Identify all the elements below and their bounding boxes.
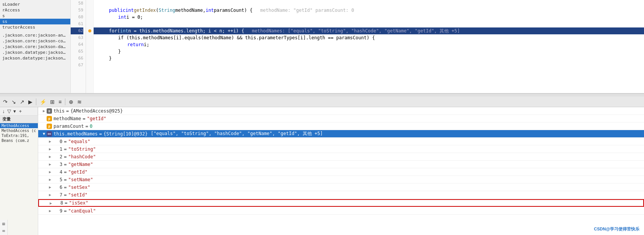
type-badge-oo: oo xyxy=(47,131,52,137)
toolbar-btn-step-in[interactable]: ↘ xyxy=(10,98,18,106)
var-row-6[interactable]: ▶ 6 = "setSex" xyxy=(38,183,644,191)
debug-step-btn[interactable]: ↓ xyxy=(2,108,6,114)
var-eq-paramscount: = xyxy=(85,124,88,129)
gutter-67 xyxy=(86,62,93,69)
horizontal-scrollbar[interactable] xyxy=(0,93,644,97)
var-row-8[interactable]: ▶ 8 = "isSex" xyxy=(38,199,644,207)
breakpoint-dot[interactable] xyxy=(88,29,91,32)
type-badge-7 xyxy=(53,192,58,198)
sidebar-item-jackson4[interactable]: .jackson.datatype:jackson-dat xyxy=(0,50,70,55)
var-row-this[interactable]: ▶ ≡ this = {AMethodAccess@925} xyxy=(38,107,644,115)
sidebar-item-sloader[interactable]: sLoader xyxy=(0,2,70,7)
var-name-1: 1 xyxy=(60,146,62,152)
toolbar-btn-step-over[interactable]: ↷ xyxy=(2,98,9,106)
var-row-2[interactable]: ▶ 2 = "hashCode" xyxy=(38,153,644,161)
debug-controls-bar: ↓ ▽ ▾ + xyxy=(0,107,38,116)
code-brace-65: } xyxy=(118,48,121,55)
var-val-methodname: "getId" xyxy=(87,116,106,121)
side-icon-1[interactable]: ⊞ xyxy=(2,221,5,227)
var-row-7[interactable]: ▶ 7 = "setId" xyxy=(38,191,644,199)
code-paramscount: paramsCount) { xyxy=(214,7,253,14)
expand-icon-0[interactable]: ▶ xyxy=(47,139,53,143)
var-val-methodnames: {String[10]@932} xyxy=(104,131,148,137)
var-name-4: 4 xyxy=(60,169,62,175)
toolbar-separator-1 xyxy=(36,98,36,105)
var-eq-7: = xyxy=(64,192,67,198)
expand-icon-9[interactable]: ▶ xyxy=(47,209,53,213)
code-params: ( xyxy=(156,7,159,14)
gutter-59 xyxy=(86,7,93,14)
var-val-0: "equals" xyxy=(68,139,90,144)
var-eq-this: = xyxy=(66,108,69,114)
code-hint-62: methodNames: ["equals", "toString", "has… xyxy=(252,27,460,34)
debug-more-btn[interactable]: ▾ xyxy=(13,108,17,114)
code-methodname-param: methodName, xyxy=(175,7,205,14)
expand-icon-4[interactable]: ▶ xyxy=(47,170,53,174)
var-eq-3: = xyxy=(64,162,67,167)
frame-item-0[interactable]: MethodAccess xyxy=(0,123,38,128)
var-eq-2: = xyxy=(64,154,67,159)
var-eq-8: = xyxy=(65,200,67,206)
sidebar-item-s[interactable]: s xyxy=(0,13,70,19)
sidebar-item-ss[interactable]: ss xyxy=(0,19,70,24)
sidebar: sLoader rAccess s ss tructorAccess .jack… xyxy=(0,0,71,93)
var-row-methodnames[interactable]: ▼ oo this.methodNames = {String[10]@932}… xyxy=(38,130,644,138)
type-badge-8 xyxy=(54,200,59,206)
frame-item-1[interactable]: MethodAccess (c xyxy=(0,128,38,133)
frame-item-3[interactable]: Beans (com.z xyxy=(0,138,38,143)
var-row-methodname[interactable]: p methodName = "getId" xyxy=(38,115,644,122)
var-name-paramscount: paramsCount xyxy=(54,124,84,129)
var-name-3: 3 xyxy=(60,162,62,167)
type-badge-1 xyxy=(53,146,58,152)
expand-icon-1[interactable]: ▶ xyxy=(47,147,53,151)
expand-icon-5[interactable]: ▶ xyxy=(47,177,53,182)
expand-icon-2[interactable]: ▶ xyxy=(47,155,53,159)
gutter-62[interactable] xyxy=(86,27,93,34)
code-return-i: i; xyxy=(144,41,149,48)
toolbar-btn-resume[interactable]: ▶ xyxy=(27,98,34,106)
var-row-4[interactable]: ▶ 4 = "getId" xyxy=(38,168,644,176)
type-badge-p1: p xyxy=(47,116,52,121)
line-numbers: 58 59 60 61 62 63 64 65 66 67 xyxy=(71,0,86,93)
frame-item-2[interactable]: ToExtra:191, xyxy=(0,133,38,138)
type-badge-3 xyxy=(53,162,58,167)
var-row-1[interactable]: ▶ 1 = "toString" xyxy=(38,145,644,153)
debug-toolbar: ↷ ↘ ↗ ▶ ⚡ ⊞ ≡ ⊕ ≋ xyxy=(0,97,644,107)
frames-header: 变量 xyxy=(0,116,38,123)
var-row-3[interactable]: ▶ 3 = "getName" xyxy=(38,161,644,168)
code-line-61 xyxy=(94,21,644,27)
line-65: 65 xyxy=(71,48,83,55)
expand-icon-this[interactable]: ▶ xyxy=(41,109,47,113)
sidebar-item-jackson5[interactable]: jackson.datatype:jackson-dat xyxy=(0,55,70,61)
toolbar-btn-settings[interactable]: ≡ xyxy=(57,98,63,106)
debug-filter-btn[interactable]: ▽ xyxy=(6,108,12,114)
toolbar-btn-extra1[interactable]: ⊕ xyxy=(67,98,75,106)
code-int4: int xyxy=(120,27,128,34)
var-name-methodnames: this.methodNames xyxy=(54,131,98,137)
var-row-5[interactable]: ▶ 5 = "setName" xyxy=(38,176,644,183)
toolbar-btn-toggle[interactable]: ⚡ xyxy=(38,98,48,106)
expand-icon-8[interactable]: ▶ xyxy=(48,201,54,205)
expand-icon-methodnames[interactable]: ▼ xyxy=(41,132,47,136)
sidebar-item-jackson1[interactable]: .jackson.core:jackson-annota xyxy=(0,32,70,38)
gutter-64 xyxy=(86,41,93,48)
toolbar-btn-extra2[interactable]: ≋ xyxy=(76,98,83,106)
sidebar-item-trAccess[interactable]: tructorAccess xyxy=(0,24,70,30)
sidebar-item-raccess[interactable]: rAccess xyxy=(0,7,70,13)
code-content: public int getIndex ( String methodName,… xyxy=(94,0,644,93)
type-badge-2 xyxy=(53,154,58,159)
expand-icon-7[interactable]: ▶ xyxy=(47,193,53,197)
type-badge-arr: ≡ xyxy=(47,108,52,114)
toolbar-btn-step-out[interactable]: ↗ xyxy=(18,98,26,106)
sidebar-item-jackson3[interactable]: .jackson.core:jackson-databi xyxy=(0,44,70,50)
var-row-0[interactable]: ▶ 0 = "equals" xyxy=(38,138,644,145)
var-row-9[interactable]: ▶ 9 = "canEqual" xyxy=(38,207,644,215)
expand-icon-3[interactable]: ▶ xyxy=(47,162,53,166)
debug-add-btn[interactable]: + xyxy=(18,108,23,114)
sidebar-item-jackson2[interactable]: .jackson.core:jackson-core:2 xyxy=(0,38,70,44)
toolbar-btn-watch[interactable]: ⊞ xyxy=(49,98,56,106)
code-string-type: String xyxy=(159,7,175,14)
side-icon-2[interactable]: ∞ xyxy=(2,228,5,233)
expand-icon-6[interactable]: ▶ xyxy=(47,185,53,189)
var-row-paramscount[interactable]: p paramsCount = 0 xyxy=(38,122,644,130)
